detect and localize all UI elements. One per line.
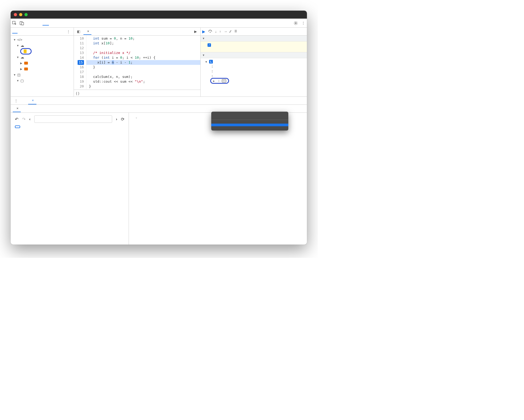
breakpoints-header[interactable]: ▼ xyxy=(201,36,307,41)
editor-tab-demo-cpp[interactable]: × xyxy=(83,28,91,35)
tab-sources[interactable] xyxy=(43,21,49,26)
device-toggle-icon[interactable] xyxy=(18,19,26,27)
local-badge-icon: L xyxy=(209,60,213,64)
traffic-lights xyxy=(14,13,28,16)
settings-icon[interactable] xyxy=(292,19,299,27)
editor-tabs: ◧ × ▶ xyxy=(74,28,200,36)
menu-copy-object[interactable] xyxy=(211,116,288,119)
tree-top[interactable]: ▼▢ xyxy=(11,78,74,83)
run-snippet-icon[interactable]: ▶ xyxy=(192,28,199,35)
scope-local[interactable]: ▼L xyxy=(201,59,307,64)
frame-icon: ▢ xyxy=(20,79,24,83)
refresh-icon[interactable]: ⟳ xyxy=(121,117,124,122)
menu-store-global[interactable] xyxy=(211,126,288,129)
tab-elements[interactable] xyxy=(29,21,35,26)
hex-nav: ↶ ↷ ‹ › ⟳ xyxy=(15,115,124,123)
variable-chip[interactable] xyxy=(15,125,20,128)
tab-memory[interactable] xyxy=(63,21,70,26)
svg-point-3 xyxy=(295,22,296,23)
drawer-tabs: ⋮ × xyxy=(11,97,307,105)
editor-footer: { } xyxy=(74,90,200,96)
kebab-icon[interactable]: ⋮ xyxy=(299,19,307,27)
next-page-icon[interactable]: › xyxy=(116,117,117,121)
close-tab-icon[interactable]: × xyxy=(87,29,89,33)
file-tree: ▼</> ▼☁ ▼☁ ▶ ▶ ▼◫ ▼▢ xyxy=(11,36,74,85)
file-icon xyxy=(24,49,27,53)
code-editor: ◧ × ▶ 1011121314 15 1617181920 int sum =… xyxy=(74,28,201,96)
cloud-icon: ☁ xyxy=(20,55,24,59)
step-out-icon[interactable]: ↑ xyxy=(219,30,221,33)
var-i[interactable]: : xyxy=(201,64,307,69)
var-x[interactable]: ▶ : xyxy=(201,78,307,83)
memory-body: ↶ ↷ ‹ › ⟳ ⌄ xyxy=(11,113,307,245)
undo-icon[interactable]: ↶ xyxy=(15,117,18,122)
close-dot[interactable] xyxy=(14,13,17,16)
main-toolbar: ⋮ xyxy=(11,19,307,28)
chevron-down-icon: ⌄ xyxy=(135,116,137,119)
close-icon[interactable]: × xyxy=(16,106,19,110)
address-input[interactable] xyxy=(34,115,112,123)
svg-rect-5 xyxy=(235,30,235,32)
menu-add-watch[interactable] xyxy=(211,121,288,124)
tree-file-scheme[interactable]: ▼☁ xyxy=(11,54,74,60)
tab-application[interactable] xyxy=(70,21,77,26)
checkbox-icon[interactable]: ✓ xyxy=(208,43,211,47)
cloud-icon: ☁ xyxy=(20,43,24,48)
toggle-nav-icon[interactable]: ◧ xyxy=(75,28,82,35)
code-body[interactable]: 1011121314 15 1617181920 int sum = 0, n … xyxy=(74,36,200,90)
folder-icon xyxy=(24,62,28,65)
zoom-dot[interactable] xyxy=(24,13,28,16)
code-lines: int sum = 0, n = 10; int x[10]; /* initi… xyxy=(86,36,200,90)
memory-tab[interactable]: × xyxy=(13,105,21,112)
navigator-header: ⋮ xyxy=(11,28,74,36)
menu-copy-path[interactable] xyxy=(211,113,288,116)
breakpoint-row[interactable]: ✓ xyxy=(201,41,307,52)
tab-performance[interactable] xyxy=(56,21,63,26)
step-into-icon[interactable]: ↓ xyxy=(215,30,217,33)
tab-more[interactable] xyxy=(77,21,83,26)
var-n[interactable]: : xyxy=(201,69,307,74)
titlebar xyxy=(11,11,307,19)
folder-icon xyxy=(24,68,28,70)
debugger-pane: ▶ ↓ ↑ → ⁄⁄ ▼ ✓ ▼ ▼L : : : xyxy=(201,28,307,96)
close-icon[interactable]: × xyxy=(32,98,34,102)
drawer-tab-console[interactable] xyxy=(21,99,27,102)
tree-folder-0[interactable]: ▶ xyxy=(11,60,74,66)
deactivate-bp-icon[interactable]: ⁄⁄ xyxy=(230,30,231,33)
pause-exceptions-icon[interactable] xyxy=(234,29,238,34)
tree-deployed[interactable]: ▼◫ xyxy=(11,72,74,78)
svg-rect-2 xyxy=(22,22,24,25)
step-over-icon[interactable] xyxy=(208,29,212,34)
svg-rect-6 xyxy=(236,30,236,32)
tree-origin[interactable]: ▼☁ xyxy=(11,43,74,48)
panel-tabs xyxy=(29,21,83,26)
minimize-dot[interactable] xyxy=(19,13,22,16)
step-icon[interactable]: → xyxy=(224,30,227,33)
resume-icon[interactable]: ▶ xyxy=(202,29,205,34)
redo-icon[interactable]: ↷ xyxy=(22,117,26,122)
value-interpreter: ⌄ xyxy=(129,113,307,245)
tab-network[interactable] xyxy=(49,21,56,26)
svg-point-4 xyxy=(210,32,210,32)
debugger-toolbar: ▶ ↓ ↑ → ⁄⁄ xyxy=(201,28,307,36)
context-menu xyxy=(211,112,288,131)
tree-file-demo-cpp[interactable] xyxy=(11,48,74,54)
hex-viewer: ↶ ↷ ‹ › ⟳ xyxy=(11,113,129,245)
tab-console[interactable] xyxy=(36,21,42,26)
scope-header[interactable]: ▼ xyxy=(201,52,307,58)
memory-chip-icon[interactable] xyxy=(222,79,226,82)
inspect-icon[interactable] xyxy=(11,19,18,27)
tree-folder-1[interactable]: ▶ xyxy=(11,66,74,72)
page-tab[interactable] xyxy=(12,30,18,33)
pretty-print-icon[interactable]: { } xyxy=(76,91,79,95)
menu-reveal-memory[interactable] xyxy=(211,124,288,126)
navigator-pane: ⋮ ▼</> ▼☁ ▼☁ ▶ ▶ ▼◫ ▼▢ xyxy=(11,28,74,96)
drawer-tab-memory-inspector[interactable]: × xyxy=(28,97,36,104)
prev-page-icon[interactable]: ‹ xyxy=(29,117,31,121)
nav-kebab-icon[interactable]: ⋮ xyxy=(65,28,72,35)
line-gutter: 1011121314 15 1617181920 xyxy=(74,36,86,90)
tree-authored[interactable]: ▼</> xyxy=(11,37,74,43)
drawer-kebab-icon[interactable]: ⋮ xyxy=(12,97,20,104)
sources-panel: ⋮ ▼</> ▼☁ ▼☁ ▶ ▶ ▼◫ ▼▢ ◧ × ▶ xyxy=(11,28,307,97)
box-icon: ◫ xyxy=(17,73,20,77)
